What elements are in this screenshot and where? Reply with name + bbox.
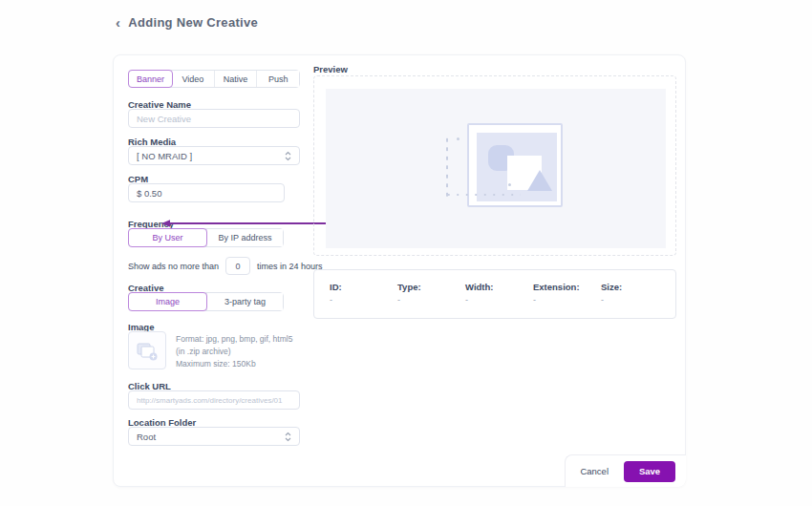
detail-header: Type:	[397, 282, 465, 292]
preview-box	[313, 75, 676, 256]
frequency-toggle: By User By IP address	[128, 228, 284, 247]
detail-col-extension: Extension: -	[533, 282, 601, 318]
frequency-cap-suffix: times in 24 hours	[257, 262, 323, 271]
location-folder-select[interactable]: Root	[128, 427, 300, 446]
image-upload-dropzone[interactable]	[128, 331, 166, 369]
creative-3party-tag-button[interactable]: 3-party tag	[206, 293, 283, 310]
detail-col-type: Type: -	[397, 282, 465, 318]
save-button[interactable]: Save	[624, 461, 675, 482]
page-header: ‹ Adding New Creative	[116, 15, 258, 30]
adding-new-creative-page: ‹ Adding New Creative Banner Video Nativ…	[0, 0, 812, 506]
cancel-button[interactable]: Cancel	[580, 466, 609, 476]
image-upload-hint: Format: jpg, png, bmp, gif, html5 (in .z…	[176, 333, 302, 371]
detail-col-id: ID: -	[330, 282, 397, 318]
frequency-cap-input[interactable]	[225, 257, 250, 275]
page-title: Adding New Creative	[128, 15, 258, 30]
frequency-cap-row: Show ads no more than times in 24 hours	[128, 257, 323, 275]
decor-dot	[457, 137, 459, 140]
click-url-input[interactable]	[128, 390, 300, 410]
rich-media-value: [ NO MRAID ]	[137, 151, 192, 161]
creative-form-card: Banner Video Native Push Creative Name R…	[113, 54, 686, 487]
image-upload-icon	[136, 339, 159, 362]
tab-push[interactable]: Push	[257, 71, 299, 87]
detail-header: Extension:	[533, 282, 601, 292]
location-folder-value: Root	[137, 432, 156, 442]
creative-details-table: ID: - Type: - Width: - Extension: - Size…	[313, 269, 676, 319]
chevron-updown-icon	[285, 151, 291, 161]
creative-image-button[interactable]: Image	[128, 292, 207, 311]
chevron-updown-icon	[285, 432, 291, 442]
detail-value: -	[465, 295, 533, 305]
image-format-text: Format: jpg, png, bmp, gif, html5 (in .z…	[176, 333, 302, 358]
form-actions-footer: Cancel Save	[565, 454, 686, 487]
preview-canvas	[326, 89, 666, 248]
rich-media-select[interactable]: [ NO MRAID ]	[128, 146, 300, 165]
decor-dots-vertical	[444, 136, 450, 200]
preview-label: Preview	[313, 64, 348, 74]
creative-type-tabs: Banner Video Native Push	[128, 70, 300, 88]
detail-header: Size:	[601, 282, 669, 292]
detail-value: -	[330, 295, 397, 305]
tab-video[interactable]: Video	[172, 71, 215, 87]
frequency-by-user-button[interactable]: By User	[128, 228, 207, 247]
detail-header: ID:	[330, 282, 397, 292]
detail-value: -	[533, 295, 601, 305]
creative-name-input[interactable]	[128, 109, 300, 128]
cpm-input[interactable]	[128, 183, 285, 202]
detail-value: -	[397, 295, 465, 305]
back-icon[interactable]: ‹	[116, 15, 120, 30]
detail-header: Width:	[465, 282, 533, 292]
frequency-by-ip-button[interactable]: By IP address	[206, 229, 283, 246]
image-max-size-text: Maximum size: 150Kb	[176, 358, 302, 370]
decor-dots-horizontal	[444, 192, 521, 198]
tab-banner[interactable]: Banner	[128, 70, 173, 88]
frequency-cap-prefix: Show ads no more than	[128, 262, 219, 271]
decor-dot	[508, 183, 511, 186]
detail-col-size: Size: -	[601, 282, 669, 318]
detail-value: -	[601, 295, 669, 305]
creative-source-toggle: Image 3-party tag	[128, 292, 284, 311]
detail-col-width: Width: -	[465, 282, 533, 318]
tab-native[interactable]: Native	[215, 71, 258, 87]
placeholder-triangle	[527, 170, 552, 191]
